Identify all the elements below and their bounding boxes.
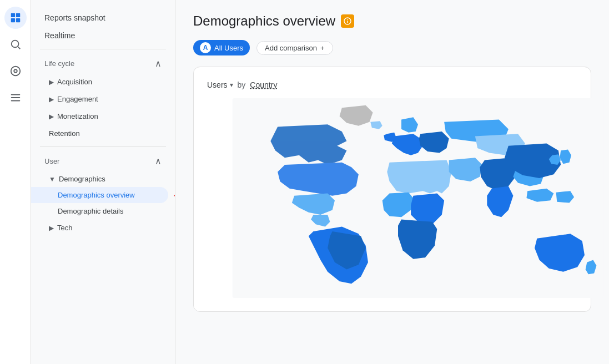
demographics-arrow: ▼ — [49, 175, 56, 183]
sidebar-item-demographics-overview[interactable]: Demographics overview ← — [31, 187, 168, 203]
lifecycle-label: Life cycle — [44, 59, 74, 68]
sidebar-item-engagement[interactable]: ▶ Engagement — [31, 90, 175, 108]
user-chevron: ∧ — [155, 156, 162, 166]
tech-arrow: ▶ — [49, 224, 54, 232]
page-header: Demographics overview — [193, 13, 591, 29]
add-comparison-label: Add comparison — [265, 44, 317, 52]
sidebar-item-demographics[interactable]: ▼ Demographics — [31, 171, 175, 187]
map-container — [207, 98, 609, 298]
demographics-label: Demographics — [59, 175, 105, 183]
monetization-arrow: ▶ — [49, 113, 54, 120]
arrow-annotation: ← — [172, 188, 175, 203]
acquisition-label: Acquisition — [57, 78, 92, 86]
demographic-details-label: Demographic details — [58, 207, 124, 215]
user-label: User — [44, 157, 59, 165]
svg-rect-10 — [11, 100, 20, 102]
sidebar-item-demographic-details[interactable]: Demographic details — [31, 203, 175, 219]
engagement-label: Engagement — [57, 95, 98, 103]
map-controls: Users ▾ by Country — [207, 80, 609, 89]
add-comparison-icon: + — [320, 44, 325, 52]
sidebar-item-realtime[interactable]: Realtime — [31, 27, 175, 44]
sidebar-item-acquisition[interactable]: ▶ Acquisition — [31, 73, 175, 90]
retention-label: Retention — [49, 129, 80, 138]
acquisition-arrow: ▶ — [49, 78, 54, 86]
users-dropdown-arrow: ▾ — [230, 81, 233, 89]
list-icon[interactable] — [4, 87, 27, 109]
svg-point-4 — [11, 41, 18, 48]
svg-rect-2 — [11, 18, 14, 22]
svg-rect-8 — [11, 94, 20, 95]
sidebar-divider-1 — [40, 49, 166, 49]
filter-bar: A All Users Add comparison + — [193, 40, 591, 55]
page-title: Demographics overview — [193, 13, 335, 29]
map-card: Users ▾ by Country — [193, 67, 591, 312]
svg-line-5 — [18, 47, 20, 49]
icon-bar — [0, 0, 31, 364]
sidebar-divider-2 — [40, 146, 166, 147]
sidebar-item-monetization[interactable]: ▶ Monetization — [31, 108, 175, 125]
info-icon[interactable] — [341, 14, 354, 28]
engagement-arrow: ▶ — [49, 95, 54, 103]
sidebar: Reports snapshot Realtime Life cycle ∧ ▶… — [31, 0, 175, 364]
all-users-letter: A — [200, 42, 211, 53]
main-content: Demographics overview A All Users Add co… — [175, 0, 609, 364]
sidebar-item-reports-snapshot[interactable]: Reports snapshot — [31, 9, 175, 27]
map-section: Users ▾ by Country — [207, 80, 609, 298]
sidebar-section-user[interactable]: User ∧ — [31, 151, 175, 171]
sidebar-section-lifecycle[interactable]: Life cycle ∧ — [31, 54, 175, 73]
lifecycle-chevron: ∧ — [155, 58, 162, 69]
users-dropdown-label: Users — [207, 80, 228, 89]
realtime-icon[interactable] — [4, 60, 27, 82]
by-label: by — [238, 80, 246, 89]
country-dropdown[interactable]: Country — [250, 80, 277, 89]
all-users-label: All Users — [214, 44, 243, 52]
sidebar-item-retention[interactable]: Retention — [31, 125, 175, 142]
monetization-label: Monetization — [57, 112, 98, 120]
add-comparison-button[interactable]: Add comparison + — [256, 41, 333, 55]
home-icon[interactable] — [4, 7, 27, 29]
svg-point-6 — [11, 67, 20, 76]
svg-rect-0 — [11, 13, 14, 17]
svg-point-7 — [14, 69, 17, 73]
svg-rect-1 — [16, 13, 19, 17]
tech-label: Tech — [57, 224, 72, 232]
all-users-chip[interactable]: A All Users — [193, 40, 250, 55]
users-dropdown[interactable]: Users ▾ — [207, 80, 233, 89]
svg-rect-3 — [16, 18, 19, 22]
svg-rect-9 — [11, 97, 20, 98]
world-map-svg — [207, 98, 609, 298]
search-icon[interactable] — [4, 33, 27, 55]
demographics-overview-label: Demographics overview — [58, 191, 135, 199]
sidebar-item-tech[interactable]: ▶ Tech — [31, 219, 175, 236]
